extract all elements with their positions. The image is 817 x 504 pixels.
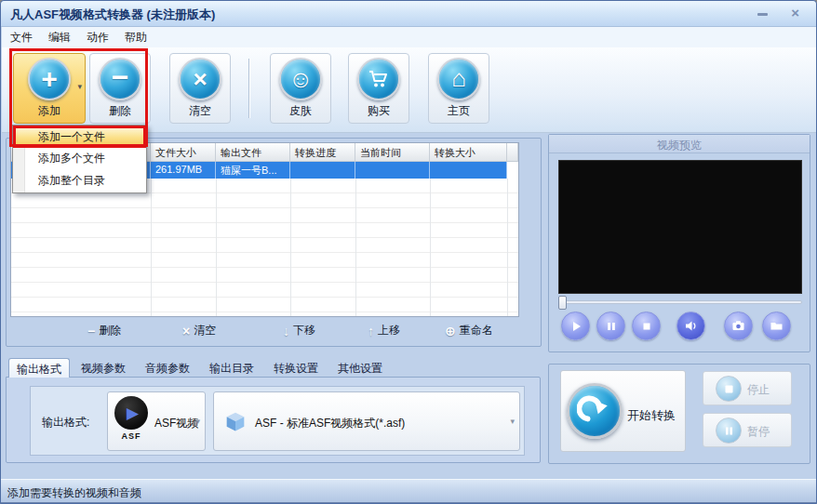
column-header-gutter <box>507 143 518 161</box>
stop-icon <box>640 320 653 333</box>
cell-gutter <box>507 162 518 179</box>
menu-action[interactable]: 动作 <box>87 30 109 46</box>
stop-convert-button[interactable]: 停止 <box>703 371 792 405</box>
column-line <box>507 179 508 317</box>
tab-convert-settings[interactable]: 转换设置 <box>265 358 327 377</box>
stop-convert-label: 停止 <box>747 382 770 398</box>
volume-button[interactable] <box>676 312 705 340</box>
snapshot-button[interactable] <box>724 312 753 340</box>
pause-button[interactable] <box>596 312 625 340</box>
home-icon: ⌂ <box>437 58 480 100</box>
open-folder-button[interactable] <box>762 312 791 340</box>
delete-button[interactable]: − 删除 <box>89 53 151 124</box>
table-action-bar: − 删除 × 清空 ↓ 下移 ↑ 上移 ⊕ 重命名 <box>10 323 519 343</box>
add-dropdown-menu: 添加一个文件 添加多个文件 添加整个目录 <box>12 125 147 193</box>
action-clear-label: 清空 <box>194 323 216 338</box>
seek-slider-thumb[interactable] <box>558 296 567 310</box>
toolbar-separator <box>248 59 249 118</box>
cart-icon <box>357 58 400 100</box>
window-title: 凡人ASF视频格式转换器 (未注册版本) <box>10 7 215 23</box>
tab-content-output-format: 输出格式: ▶ ASF ASF视频 ▾ ASF - 标准ASF视频格式(*.as… <box>6 377 541 463</box>
cell-current-time <box>355 162 430 179</box>
empty-row <box>11 298 518 312</box>
column-header-current-time[interactable]: 当前时间 <box>355 143 430 161</box>
tab-output-dir[interactable]: 输出目录 <box>201 358 262 377</box>
chevron-down-icon: ▾ <box>510 417 515 426</box>
circle-plus-icon: ⊕ <box>445 325 456 338</box>
empty-row <box>11 208 518 223</box>
clear-button[interactable]: × 清空 <box>169 53 231 124</box>
up-arrow-icon: ↑ <box>368 325 374 338</box>
home-button[interactable]: ⌂ 主页 <box>428 53 489 124</box>
menu-item-add-one-file[interactable]: 添加一个文件 <box>13 126 146 148</box>
minimize-icon[interactable] <box>757 13 768 16</box>
action-rename[interactable]: ⊕ 重命名 <box>445 323 493 338</box>
tab-video-params[interactable]: 视频参数 <box>73 358 134 377</box>
menu-item-add-directory[interactable]: 添加整个目录 <box>13 170 146 192</box>
play-disc-icon: ▶ <box>114 396 148 430</box>
tab-output-format[interactable]: 输出格式 <box>8 358 70 378</box>
camera-icon <box>731 319 745 333</box>
play-button[interactable] <box>561 312 590 340</box>
column-line <box>290 179 291 317</box>
menu-file[interactable]: 文件 <box>10 30 33 46</box>
skin-button[interactable]: ☺ 皮肤 <box>270 53 331 124</box>
cell-progress <box>290 162 355 179</box>
pause-convert-button[interactable]: 暂停 <box>703 413 792 447</box>
empty-row <box>11 223 518 238</box>
seek-slider[interactable] <box>558 300 802 304</box>
app-window: 凡人ASF视频格式转换器 (未注册版本) × 文件 编辑 动作 帮助 + 添加 … <box>0 0 817 504</box>
status-bar: 添加需要转换的视频和音频 <box>1 479 817 504</box>
action-delete[interactable]: − 删除 <box>87 323 121 338</box>
pause-icon <box>605 320 618 333</box>
delete-button-label: 删除 <box>109 103 131 119</box>
menu-bar: 文件 编辑 动作 帮助 <box>2 27 817 47</box>
empty-row <box>11 283 518 298</box>
video-display <box>558 160 802 294</box>
buy-button[interactable]: 购买 <box>348 53 409 124</box>
minus-icon: − <box>87 325 95 338</box>
action-delete-label: 删除 <box>99 323 121 338</box>
profile-select[interactable]: ASF - 标准ASF视频格式(*.asf) ▾ <box>213 391 520 451</box>
close-icon[interactable]: × <box>791 5 799 20</box>
status-text: 添加需要转换的视频和音频 <box>7 485 141 501</box>
menu-item-add-multiple-files[interactable]: 添加多个文件 <box>13 148 146 170</box>
format-select-value: ASF视频 <box>154 416 198 431</box>
menu-edit[interactable]: 编辑 <box>48 30 71 46</box>
clear-icon: × <box>179 58 221 100</box>
clear-button-label: 清空 <box>189 103 211 119</box>
down-arrow-icon: ↓ <box>283 325 289 338</box>
column-header-output-file[interactable]: 输出文件 <box>216 143 290 161</box>
column-header-file-size[interactable]: 文件大小 <box>151 143 216 161</box>
convert-arrow-icon <box>567 383 623 439</box>
column-line <box>430 179 431 317</box>
add-dropdown-arrow-icon[interactable]: ▾ <box>77 82 82 91</box>
action-move-down[interactable]: ↓ 下移 <box>283 323 315 338</box>
x-icon: × <box>182 325 190 338</box>
title-bar: 凡人ASF视频格式转换器 (未注册版本) × <box>1 1 816 27</box>
folder-icon <box>770 319 784 333</box>
column-header-converted-size[interactable]: 转换大小 <box>430 143 507 161</box>
menu-help[interactable]: 帮助 <box>125 30 147 46</box>
empty-row <box>11 238 518 253</box>
play-icon <box>569 320 583 333</box>
action-clear[interactable]: × 清空 <box>182 323 216 338</box>
start-convert-button[interactable]: 开始转换 <box>560 370 686 452</box>
output-format-label: 输出格式: <box>42 415 89 431</box>
empty-row <box>11 253 518 268</box>
action-move-down-label: 下移 <box>293 323 315 338</box>
column-line <box>151 179 152 317</box>
chevron-down-icon: ▾ <box>195 417 200 426</box>
smiley-icon: ☺ <box>279 58 322 100</box>
tab-other-settings[interactable]: 其他设置 <box>329 358 391 377</box>
cell-converted-size <box>430 162 507 179</box>
format-select[interactable]: ▶ ASF ASF视频 ▾ <box>107 391 206 451</box>
tab-audio-params[interactable]: 音频参数 <box>137 358 198 377</box>
stop-small-icon <box>716 376 742 402</box>
action-move-up[interactable]: ↑ 上移 <box>368 323 400 338</box>
action-move-up-label: 上移 <box>378 323 400 338</box>
add-button[interactable]: + 添加 ▾ <box>13 53 86 124</box>
stop-button[interactable] <box>632 312 661 340</box>
profile-select-value: ASF - 标准ASF视频格式(*.asf) <box>255 416 405 431</box>
column-header-progress[interactable]: 转换进度 <box>290 143 355 161</box>
